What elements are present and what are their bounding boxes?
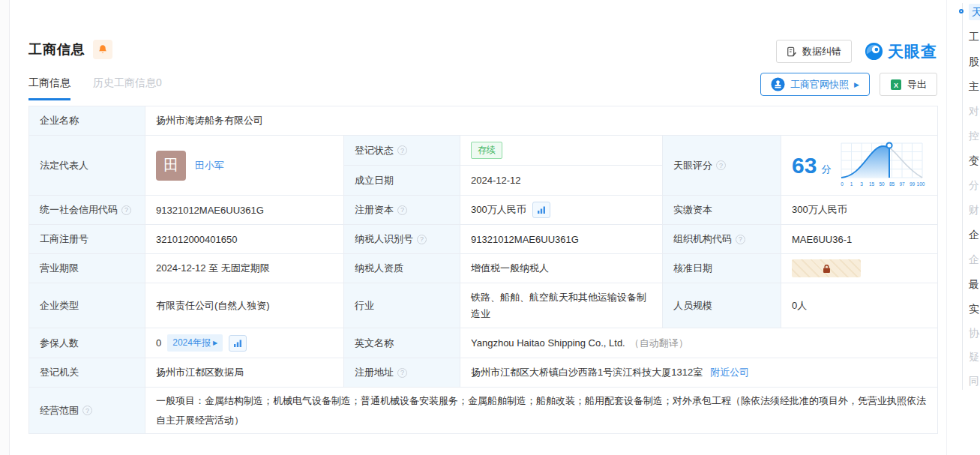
sidebar-item-3[interactable]: 主 [969, 80, 980, 95]
field-value-paid-capital: 300万人民币 [781, 196, 938, 225]
insured-trend-chart-button[interactable] [229, 335, 247, 352]
bar-chart-icon [233, 339, 242, 348]
field-value-reg-capital: 300万人民币 [460, 196, 663, 225]
tianyancha-logo[interactable]: 天眼查 [864, 41, 937, 62]
field-value-english-name: Yangzhou Haitao Shipping Co., Ltd. （自动翻译… [460, 328, 938, 358]
field-label-reg-capital: 注册资本 [344, 196, 460, 225]
field-label-reg-number: 工商注册号 [29, 225, 145, 254]
field-value-org-code: MAE6UU36-1 [781, 225, 938, 254]
chevron-right-icon: ▶ [854, 81, 859, 88]
bar-chart-icon [537, 205, 546, 214]
field-label-reg-address: 注册地址 [344, 358, 460, 388]
field-label-industry: 行业 [344, 283, 460, 328]
field-label-org-code: 组织机构代码 [663, 225, 781, 254]
annual-report-tag[interactable]: 2024年报 ▶ [167, 334, 223, 352]
sidebar-item-15[interactable]: 同 [969, 375, 980, 390]
help-icon[interactable] [417, 235, 427, 244]
field-value-tianyan-score[interactable]: 63 分 [781, 136, 938, 196]
svg-text:99: 99 [910, 181, 916, 187]
sidebar-item-0[interactable]: 天 [969, 6, 980, 21]
help-icon[interactable] [397, 145, 407, 155]
field-label-business-scope: 经营范围 [29, 388, 145, 434]
field-value-reg-address: 扬州市江都区大桥镇白沙西路1号滨江科技大厦1312室 附近公司 [460, 358, 938, 388]
field-label-reg-status: 登记状态 [344, 136, 460, 166]
sidebar-item-2[interactable]: 股 [969, 55, 980, 70]
help-icon[interactable] [716, 160, 726, 170]
chevron-right-icon: ▶ [213, 340, 217, 346]
field-label-paid-capital: 实缴资本 [663, 196, 781, 225]
excel-export-icon: X [890, 79, 902, 91]
svg-text:100: 100 [917, 181, 925, 187]
field-label-taxpayer-quality: 纳税人资质 [344, 254, 460, 283]
field-value-est-date: 2024-12-12 [460, 166, 663, 196]
field-value-company-type: 有限责任公司(自然人独资) [145, 283, 344, 328]
auto-translate-note: （自动翻译） [630, 337, 688, 350]
field-label-english-name: 英文名称 [344, 328, 460, 358]
help-icon[interactable] [397, 368, 407, 378]
official-snapshot-button[interactable]: 工商官网快照 ▶ [760, 73, 870, 96]
field-value-industry: 铁路、船舶、航空航天和其他运输设备制造业 [460, 283, 663, 328]
sidebar-item-11[interactable]: 最 [969, 278, 980, 293]
status-badge: 存续 [471, 142, 502, 159]
svg-text:0: 0 [841, 181, 844, 187]
capital-trend-chart-button[interactable] [532, 202, 550, 218]
field-label-tianyan-score: 天眼评分 [663, 136, 781, 196]
page-left-gutter [0, 0, 10, 455]
business-info-table: 企业名称 扬州市海涛船务有限公司 法定代表人 田 田小军 登记状态 存续 成立日… [28, 106, 938, 434]
sidebar-item-10[interactable]: 企 [969, 253, 980, 268]
field-value-staff-size: 0人 [781, 283, 938, 328]
svg-text:15: 15 [869, 181, 875, 187]
help-icon[interactable] [121, 205, 131, 215]
sidebar-item-4[interactable]: 对 [969, 105, 980, 120]
anchor-nav-sidebar: 天 工 股 主 对 控 变 分 财 企 企 最 实 协 疑 同 [946, 0, 980, 455]
field-label-company-name: 企业名称 [29, 106, 145, 136]
help-icon[interactable] [736, 235, 745, 244]
help-icon[interactable] [397, 205, 407, 215]
score-distribution-chart: 01 315 5085 9799 100 [840, 142, 925, 190]
bell-icon [97, 44, 108, 55]
field-label-company-type: 企业类型 [29, 283, 145, 328]
field-label-staff-size: 人员规模 [663, 283, 781, 328]
svg-text:3: 3 [861, 181, 864, 187]
svg-text:50: 50 [880, 181, 886, 187]
sidebar-item-12[interactable]: 实 [969, 303, 980, 318]
field-label-taxpayer-id: 纳税人识别号 [344, 225, 460, 254]
sidebar-item-8[interactable]: 财 [969, 204, 980, 219]
field-label-est-date: 成立日期 [344, 166, 460, 196]
anchor-nav-line [962, 3, 963, 390]
svg-text:1: 1 [850, 181, 853, 187]
sidebar-item-1[interactable]: 工 [969, 31, 980, 46]
field-value-reg-authority: 扬州市江都区数据局 [145, 358, 344, 388]
sidebar-item-6[interactable]: 变 [969, 154, 980, 169]
legal-rep-avatar[interactable]: 田 [156, 151, 186, 181]
svg-text:97: 97 [900, 181, 906, 187]
field-value-reg-number: 321012000401650 [145, 225, 344, 254]
document-edit-icon [787, 46, 797, 57]
field-value-taxpayer-quality: 增值税一般纳税人 [460, 254, 663, 283]
field-value-approval-date [781, 254, 938, 283]
tab-history-business-info[interactable]: 历史工商信息0 [93, 76, 162, 100]
sidebar-item-13[interactable]: 协 [969, 327, 980, 342]
field-value-insured-count: 0 2024年报 ▶ [145, 328, 344, 358]
help-icon[interactable] [82, 406, 92, 415]
lock-icon [822, 264, 832, 274]
notification-bell-button[interactable] [93, 40, 112, 59]
export-button[interactable]: X 导出 [880, 73, 937, 96]
locked-value-placeholder[interactable] [792, 259, 861, 277]
stamp-icon [771, 77, 785, 91]
field-value-credit-code: 91321012MAE6UU361G [145, 196, 344, 225]
field-value-company-name: 扬州市海涛船务有限公司 [145, 106, 938, 136]
data-correction-button[interactable]: 数据纠错 [776, 40, 852, 63]
nearby-companies-link[interactable]: 附近公司 [710, 366, 749, 379]
export-label: 导出 [907, 78, 927, 91]
tab-business-info[interactable]: 工商信息 [28, 76, 70, 100]
sidebar-item-14[interactable]: 疑 [969, 351, 980, 366]
field-label-credit-code: 统一社会信用代码 [29, 196, 145, 225]
legal-rep-name-link[interactable]: 田小军 [195, 159, 224, 172]
sidebar-item-7[interactable]: 分 [969, 179, 980, 194]
sidebar-item-9[interactable]: 企 [969, 229, 980, 244]
sidebar-item-5[interactable]: 控 [969, 130, 980, 145]
business-info-panel: 工商信息 数据纠错 天眼查 [10, 0, 946, 455]
tianyancha-logo-text: 天眼查 [888, 41, 937, 62]
svg-text:X: X [894, 81, 898, 88]
